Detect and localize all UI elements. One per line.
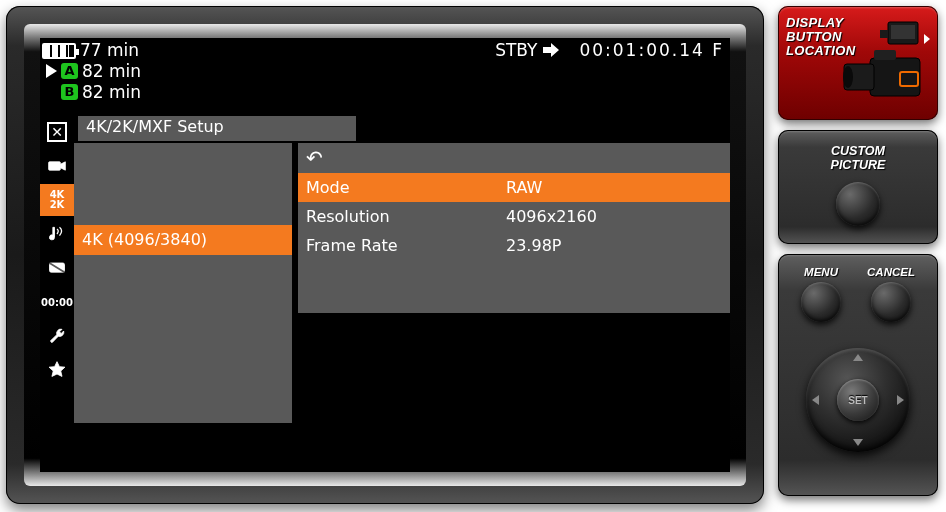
camera-screen: 77 min STBY 00:01:00.14 F A 82 min B 82 …: [40, 38, 730, 472]
menu-cancel-panel: MENU CANCEL SET: [778, 254, 938, 496]
menu-category-panel: 4K (4096/3840): [74, 143, 292, 423]
cancel-button-label: CANCEL: [867, 266, 915, 278]
slot-a-icon: A: [61, 63, 78, 79]
side-panels: DISPLAYBUTTONLOCATION CUSTO: [778, 6, 938, 506]
setting-key: Mode: [306, 173, 506, 202]
setting-value: RAW: [506, 173, 542, 202]
camera-monitor: 77 min STBY 00:01:00.14 F A 82 min B 82 …: [6, 6, 764, 504]
setting-key: Frame Rate: [306, 231, 506, 260]
svg-rect-3: [891, 25, 915, 39]
menu-4k2k-icon[interactable]: 4K2K: [40, 184, 74, 216]
dial-right-icon[interactable]: [897, 395, 904, 405]
svg-rect-6: [874, 50, 896, 60]
forward-arrow-icon: [543, 43, 559, 57]
dial-left-icon[interactable]: [812, 395, 819, 405]
timecode: 00:01:00.14 F: [579, 40, 724, 60]
menu-icon-column: ✕ 4K2K 00:00: [40, 116, 74, 472]
monitor-bezel: 77 min STBY 00:01:00.14 F A 82 min B 82 …: [24, 24, 746, 486]
camera-diagram-icon: [840, 20, 932, 110]
svg-point-8: [843, 66, 853, 88]
menu-back-icon[interactable]: ↶: [298, 143, 730, 173]
menu-tc-icon[interactable]: 00:00: [40, 286, 74, 318]
setting-value: 4096x2160: [506, 202, 597, 231]
battery-remaining: 77 min: [80, 40, 139, 60]
set-button-label: SET: [848, 395, 867, 406]
menu-wrench-icon[interactable]: [40, 320, 74, 352]
menu-audio-icon[interactable]: [40, 218, 74, 250]
record-state: STBY: [495, 40, 559, 60]
slot-b-time: 82 min: [82, 82, 141, 102]
svg-rect-5: [870, 58, 920, 96]
menu-setting-framerate[interactable]: Frame Rate 23.98P: [298, 231, 730, 260]
menu-area: ✕ 4K2K 00:00: [40, 116, 730, 472]
setting-key: Resolution: [306, 202, 506, 231]
menu-button[interactable]: [801, 282, 841, 322]
set-button[interactable]: SET: [837, 379, 879, 421]
dial-up-icon[interactable]: [853, 354, 863, 361]
cancel-button[interactable]: [871, 282, 911, 322]
menu-settings-panel: ↶ Mode RAW Resolution 4096x2160 Frame Ra…: [298, 143, 730, 313]
status-bar: 77 min STBY 00:01:00.14 F A 82 min B 82 …: [40, 38, 730, 102]
menu-button-label: MENU: [801, 266, 841, 278]
menu-category-selected[interactable]: 4K (4096/3840): [74, 225, 292, 255]
custom-picture-button[interactable]: [836, 182, 880, 226]
dial-down-icon[interactable]: [853, 439, 863, 446]
custom-picture-panel: CUSTOMPICTURE: [778, 130, 938, 244]
menu-monitor-icon[interactable]: [40, 252, 74, 284]
display-button-location-panel[interactable]: DISPLAYBUTTONLOCATION: [778, 6, 938, 120]
custom-picture-label: CUSTOMPICTURE: [778, 144, 938, 172]
record-state-text: STBY: [495, 40, 537, 60]
slot-b-icon: B: [61, 84, 78, 100]
play-icon: [46, 64, 57, 78]
joystick-dial[interactable]: SET: [806, 348, 910, 452]
svg-rect-4: [880, 30, 888, 38]
menu-star-icon[interactable]: [40, 354, 74, 386]
menu-close-icon[interactable]: ✕: [40, 116, 74, 148]
battery-icon: [42, 43, 76, 59]
menu-setting-mode[interactable]: Mode RAW: [298, 173, 730, 202]
menu-setting-resolution[interactable]: Resolution 4096x2160: [298, 202, 730, 231]
setting-value: 23.98P: [506, 231, 561, 260]
slot-a-time: 82 min: [82, 61, 141, 81]
menu-camera-icon[interactable]: [40, 150, 74, 182]
svg-rect-0: [49, 162, 61, 170]
